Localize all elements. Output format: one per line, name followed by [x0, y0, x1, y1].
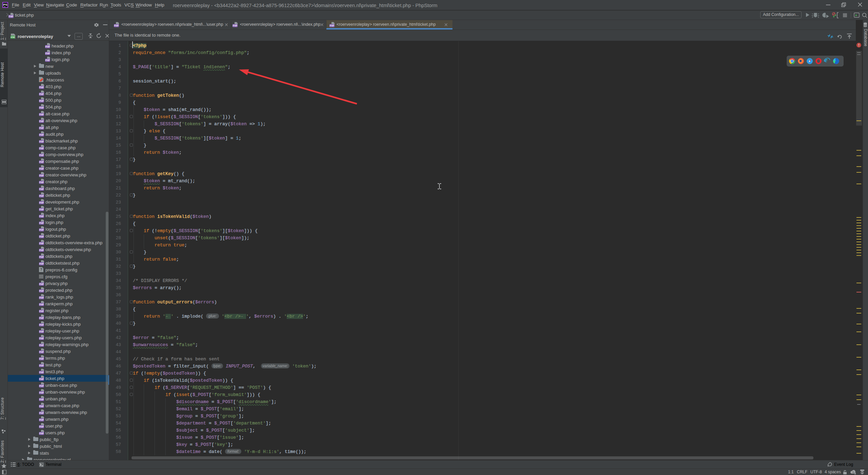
- svg-text:?: ?: [852, 471, 854, 474]
- svg-text:FTP: FTP: [11, 36, 15, 38]
